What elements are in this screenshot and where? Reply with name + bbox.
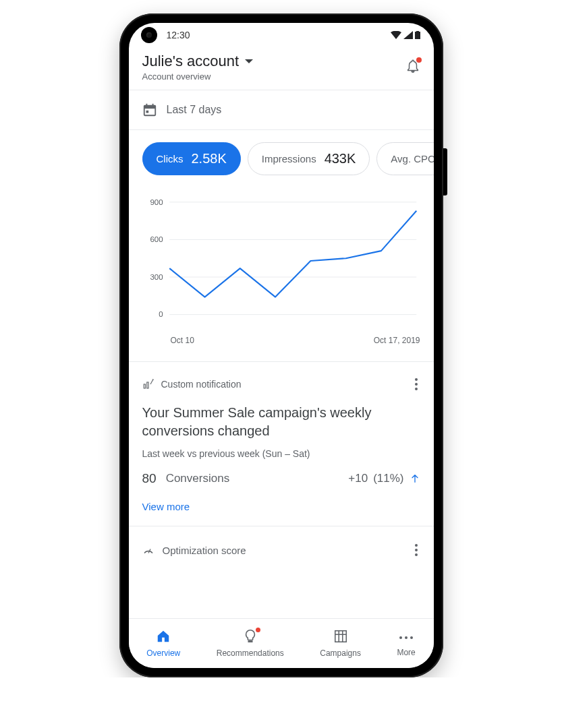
view-more-link[interactable]: View more — [142, 501, 420, 512]
notification-tag: Custom notification — [161, 379, 242, 390]
phone-screen: 12:30 Julie's account Account overview — [129, 23, 434, 668]
metric-pill-row[interactable]: Clicks 2.58K Impressions 433K Avg. CPC — [129, 130, 434, 187]
status-time: 12:30 — [167, 30, 190, 40]
account-selector[interactable]: Julie's account Account overview — [142, 53, 254, 82]
wifi-icon — [391, 31, 401, 39]
nav-recommendations[interactable]: Recommendations — [217, 629, 284, 658]
svg-rect-1 — [416, 31, 419, 32]
app-header: Julie's account Account overview — [129, 47, 434, 90]
svg-rect-3 — [144, 106, 155, 109]
svg-point-17 — [152, 379, 153, 380]
notifications-button[interactable] — [405, 59, 420, 76]
metric-value: 433K — [325, 151, 356, 166]
arrow-up-icon — [410, 473, 420, 484]
chevron-down-icon — [244, 59, 254, 64]
account-name: Julie's account — [142, 53, 240, 70]
stat-metric: Conversions — [166, 472, 230, 485]
calendar-icon — [142, 102, 157, 117]
nav-label: Recommendations — [217, 648, 284, 658]
more-icon — [399, 630, 413, 645]
svg-text:300: 300 — [150, 273, 163, 281]
svg-rect-6 — [146, 111, 148, 113]
svg-text:0: 0 — [159, 310, 163, 318]
lightbulb-icon — [243, 629, 258, 644]
metric-pill-clicks[interactable]: Clicks 2.58K — [142, 142, 241, 175]
svg-text:900: 900 — [150, 198, 163, 206]
home-icon — [156, 629, 171, 644]
metric-label: Clicks — [157, 153, 184, 164]
notification-title: Your Summer Sale campaign's weekly conve… — [142, 404, 420, 440]
battery-icon — [415, 31, 420, 39]
nav-label: Overview — [146, 648, 180, 658]
clicks-line-chart: 0300600900 — [142, 194, 420, 329]
stat-delta: +10 — [348, 472, 368, 485]
speedometer-icon — [142, 544, 154, 556]
svg-rect-0 — [415, 32, 420, 39]
notification-stat-row: 80 Conversions +10 (11%) — [142, 471, 420, 486]
bottom-nav: Overview Recommendations Campaigns More — [129, 618, 434, 668]
metric-value: 2.58K — [192, 151, 227, 166]
svg-rect-19 — [335, 631, 346, 642]
optimization-score-card[interactable]: Optimization score — [129, 526, 434, 563]
metric-pill-impressions[interactable]: Impressions 433K — [248, 142, 370, 175]
card-overflow-menu[interactable] — [412, 375, 420, 393]
svg-rect-15 — [144, 384, 145, 388]
metric-label: Avg. CPC — [391, 153, 433, 164]
svg-rect-16 — [146, 382, 148, 388]
metric-label: Impressions — [262, 153, 316, 164]
date-range-selector[interactable]: Last 7 days — [129, 90, 434, 129]
date-range-label: Last 7 days — [167, 104, 222, 116]
card-overflow-menu[interactable] — [412, 541, 420, 559]
nav-overview[interactable]: Overview — [146, 629, 180, 658]
x-end-label: Oct 17, 2019 — [374, 336, 420, 345]
nav-campaigns[interactable]: Campaigns — [320, 629, 361, 658]
nav-label: Campaigns — [320, 648, 361, 658]
notification-subtitle: Last week vs previous week (Sun – Sat) — [142, 448, 420, 459]
svg-rect-5 — [152, 104, 153, 107]
nav-more[interactable]: More — [397, 630, 415, 657]
insight-icon — [142, 378, 154, 390]
nav-label: More — [397, 648, 415, 657]
notification-dot — [256, 628, 260, 632]
account-subtitle: Account overview — [142, 71, 254, 82]
chart-card: 0300600900 Oct 10 Oct 17, 2019 — [129, 187, 434, 361]
stat-delta-pct: (11%) — [373, 472, 403, 485]
svg-rect-4 — [146, 104, 147, 107]
signal-icon — [403, 31, 413, 39]
front-camera — [141, 27, 157, 43]
status-bar: 12:30 — [129, 23, 434, 47]
stat-value: 80 — [142, 471, 157, 486]
svg-text:600: 600 — [150, 235, 163, 243]
metric-pill-avg-cpc[interactable]: Avg. CPC — [376, 142, 433, 175]
status-icons — [391, 31, 420, 39]
x-start-label: Oct 10 — [171, 336, 194, 345]
grid-icon — [333, 629, 348, 644]
optimization-label: Optimization score — [163, 545, 246, 556]
phone-frame: 12:30 Julie's account Account overview — [119, 13, 443, 677]
notification-dot — [416, 57, 422, 63]
content-scroll[interactable]: Clicks 2.58K Impressions 433K Avg. CPC 0… — [129, 130, 434, 618]
chart-x-axis-labels: Oct 10 Oct 17, 2019 — [142, 336, 420, 345]
notification-card: Custom notification Your Summer Sale cam… — [129, 362, 434, 526]
